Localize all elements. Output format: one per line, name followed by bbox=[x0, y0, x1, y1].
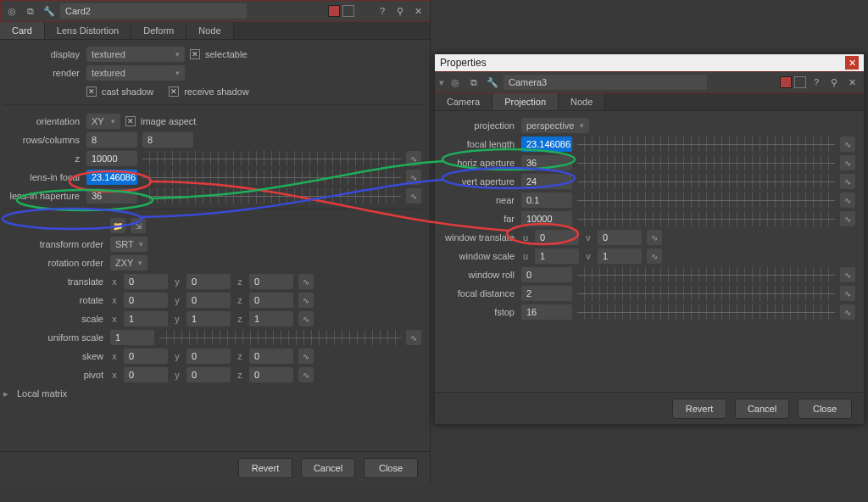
skew-x[interactable]: 0 bbox=[124, 349, 168, 364]
transform-order-dropdown[interactable]: SRT▾ bbox=[110, 237, 147, 252]
pin-icon[interactable]: ⚲ bbox=[392, 3, 408, 19]
close-button[interactable]: Close bbox=[364, 458, 418, 478]
sq-icon[interactable] bbox=[357, 3, 372, 19]
tab-card[interactable]: Card bbox=[0, 22, 45, 39]
anim-icon[interactable]: ∿ bbox=[298, 367, 314, 382]
target-icon[interactable]: ◎ bbox=[4, 3, 19, 19]
tab-projection[interactable]: Projection bbox=[492, 93, 559, 110]
scale-z[interactable]: 1 bbox=[249, 311, 293, 326]
anim-icon[interactable]: ∿ bbox=[298, 311, 314, 326]
win-translate-u[interactable]: 0 bbox=[535, 230, 579, 245]
link-icon[interactable]: ⧉ bbox=[466, 75, 481, 90]
swatch-icon[interactable] bbox=[342, 5, 354, 17]
far-slider[interactable] bbox=[577, 211, 835, 226]
anim-icon[interactable]: ∿ bbox=[406, 170, 421, 185]
lens-in-hap-input[interactable]: 36 bbox=[86, 188, 137, 204]
orientation-dropdown[interactable]: XY▾ bbox=[86, 114, 120, 129]
win-translate-v[interactable]: 0 bbox=[598, 230, 642, 245]
uniform-scale-slider[interactable] bbox=[159, 330, 401, 345]
anim-icon[interactable]: ∿ bbox=[298, 274, 314, 289]
anim-icon[interactable]: ∿ bbox=[840, 286, 855, 301]
rotation-order-dropdown[interactable]: ZXY▾ bbox=[110, 255, 147, 271]
anim-icon[interactable]: ∿ bbox=[406, 151, 421, 166]
cols-input[interactable]: 8 bbox=[142, 132, 193, 148]
rows-input[interactable]: 8 bbox=[86, 132, 137, 148]
close-icon[interactable]: ✕ bbox=[844, 75, 860, 90]
image-aspect-checkbox[interactable] bbox=[125, 116, 136, 126]
translate-x[interactable]: 0 bbox=[124, 274, 168, 289]
cast-shadow-checkbox[interactable] bbox=[86, 86, 97, 97]
anim-icon[interactable]: ∿ bbox=[647, 248, 662, 264]
chevron-down-icon[interactable]: ▾ bbox=[439, 77, 444, 88]
lens-in-hap-slider[interactable] bbox=[142, 188, 401, 204]
focal-distance-input[interactable]: 2 bbox=[521, 286, 572, 301]
near-slider[interactable] bbox=[577, 192, 835, 208]
win-scale-v[interactable]: 1 bbox=[598, 248, 642, 264]
wrench-icon[interactable]: 🔧 bbox=[485, 75, 500, 90]
pin-icon[interactable]: ⚲ bbox=[826, 75, 842, 90]
anim-icon[interactable]: ∿ bbox=[298, 293, 314, 308]
close-icon[interactable]: ✕ bbox=[845, 56, 859, 70]
lens-in-focal-slider[interactable] bbox=[142, 170, 401, 185]
uniform-scale-input[interactable]: 1 bbox=[110, 330, 154, 345]
fstop-input[interactable]: 16 bbox=[521, 304, 572, 320]
color-swatch-icon[interactable] bbox=[328, 5, 340, 17]
folder-icon[interactable]: 📁 bbox=[110, 218, 125, 233]
anim-icon[interactable]: ∿ bbox=[840, 211, 855, 226]
tab-lens-distortion[interactable]: Lens Distortion bbox=[45, 22, 131, 39]
anim-icon[interactable]: ∿ bbox=[840, 155, 855, 170]
win-roll-input[interactable]: 0 bbox=[521, 267, 572, 282]
anim-icon[interactable]: ∿ bbox=[298, 349, 314, 364]
expand-icon[interactable]: ▸ bbox=[3, 388, 12, 399]
pivot-y[interactable]: 0 bbox=[186, 367, 231, 382]
horiz-aperture-input[interactable]: 36 bbox=[521, 155, 572, 170]
anim-icon[interactable]: ∿ bbox=[840, 137, 855, 152]
anim-icon[interactable]: ∿ bbox=[840, 192, 855, 208]
help-icon[interactable]: ? bbox=[809, 75, 824, 90]
rotate-z[interactable]: 0 bbox=[249, 293, 293, 308]
tab-camera[interactable]: Camera bbox=[435, 93, 492, 110]
anim-icon[interactable]: ∿ bbox=[406, 330, 421, 345]
receive-shadow-checkbox[interactable] bbox=[169, 86, 179, 97]
swatch-icon[interactable] bbox=[794, 76, 806, 88]
win-scale-u[interactable]: 1 bbox=[535, 248, 579, 264]
anim-icon[interactable]: ∿ bbox=[647, 230, 662, 245]
anim-icon[interactable]: ∿ bbox=[840, 304, 855, 320]
anim-icon[interactable]: ∿ bbox=[840, 174, 855, 189]
card-title-field[interactable]: Card2 bbox=[60, 3, 247, 19]
render-dropdown[interactable]: textured▾ bbox=[86, 65, 185, 81]
rotate-y[interactable]: 0 bbox=[186, 293, 231, 308]
scale-y[interactable]: 1 bbox=[186, 311, 231, 326]
skew-y[interactable]: 0 bbox=[186, 349, 231, 364]
color-swatch-icon[interactable] bbox=[780, 76, 792, 88]
z-slider[interactable] bbox=[142, 151, 401, 166]
tab-node[interactable]: Node bbox=[186, 22, 233, 39]
lens-in-focal-input[interactable]: 23.146086 bbox=[86, 170, 137, 185]
cancel-button[interactable]: Cancel bbox=[735, 399, 789, 419]
link-icon[interactable]: ⧉ bbox=[23, 3, 38, 19]
cancel-button[interactable]: Cancel bbox=[301, 458, 355, 478]
translate-y[interactable]: 0 bbox=[186, 274, 231, 289]
anim-icon[interactable]: ∿ bbox=[406, 188, 421, 204]
focal-distance-slider[interactable] bbox=[577, 286, 835, 301]
near-input[interactable]: 0.1 bbox=[521, 192, 572, 208]
tab-prop-node[interactable]: Node bbox=[559, 93, 605, 110]
win-roll-slider[interactable] bbox=[577, 267, 835, 282]
fstop-slider[interactable] bbox=[577, 304, 835, 320]
translate-z[interactable]: 0 bbox=[249, 274, 293, 289]
z-input[interactable]: 10000 bbox=[86, 151, 137, 166]
vert-aperture-slider[interactable] bbox=[577, 174, 835, 189]
projection-dropdown[interactable]: perspective▾ bbox=[521, 118, 589, 133]
target-icon[interactable]: ◎ bbox=[448, 75, 463, 90]
horiz-aperture-slider[interactable] bbox=[577, 155, 835, 170]
selectable-checkbox[interactable] bbox=[190, 49, 200, 59]
skew-z[interactable]: 0 bbox=[249, 349, 293, 364]
focal-length-input[interactable]: 23.146086 bbox=[521, 137, 572, 152]
snap-icon[interactable]: ⇲ bbox=[131, 218, 146, 233]
pivot-x[interactable]: 0 bbox=[124, 367, 168, 382]
far-input[interactable]: 10000 bbox=[521, 211, 572, 226]
display-dropdown[interactable]: textured▾ bbox=[86, 47, 185, 62]
focal-length-slider[interactable] bbox=[577, 137, 835, 152]
close-button[interactable]: Close bbox=[798, 399, 852, 419]
rotate-x[interactable]: 0 bbox=[124, 293, 168, 308]
